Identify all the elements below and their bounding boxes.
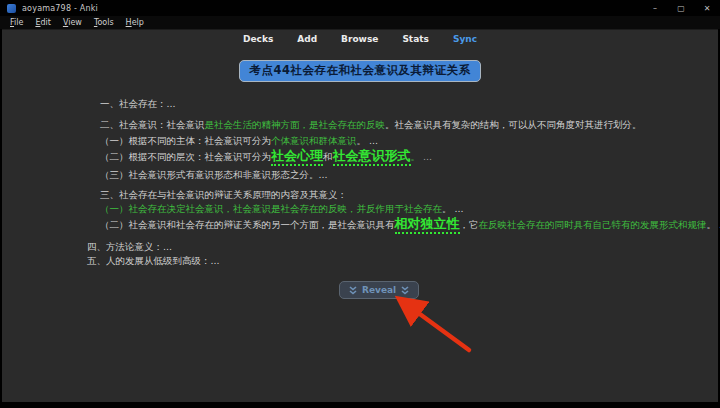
card-title-banner: 考点44社会存在和社会意识及其辩证关系 <box>239 60 480 82</box>
line-text: 。 ... <box>357 135 379 146</box>
line-text: 四、方法论意义：... <box>87 241 172 252</box>
line-text: （二）根据不同的层次：社会意识可分为 <box>100 151 271 162</box>
line-text: 二、社会意识：社会意识 <box>100 119 205 130</box>
line-text: （二）社会意识和社会存在的辩证关系的另一个方面，是社会意识具有 <box>100 219 395 230</box>
reveal-button[interactable]: Reveal <box>339 281 419 299</box>
menu-tools[interactable]: Tools <box>89 17 119 28</box>
menu-help[interactable]: Help <box>121 17 149 28</box>
line-text: ... <box>420 151 432 162</box>
line-text: （三）社会意识形式有意识形态和非意识形态之分。... <box>100 169 328 180</box>
card-line: （二）社会意识和社会存在的辩证关系的另一个方面，是社会意识具有相对独立性，它在反… <box>100 215 720 233</box>
chevron-double-down-icon <box>401 286 409 295</box>
highlighted-text: 在反映社会存在的同时具有自己特有的发展形式和规律 <box>479 219 707 230</box>
minimize-button[interactable]: – <box>642 0 668 16</box>
chevron-double-down-icon <box>349 286 357 295</box>
maximize-button[interactable]: ▢ <box>668 0 694 16</box>
line-text: 一、社会存在：... <box>100 98 176 109</box>
titlebar: aoyama798 - Anki – ▢ ✕ <box>0 0 720 16</box>
card-line: 四、方法论意义：... <box>87 241 172 254</box>
highlighted-text: 是社会生活的精神方面，是社会存在的反映 <box>205 119 386 130</box>
menu-file[interactable]: File <box>5 17 28 28</box>
nav-browse[interactable]: Browse <box>341 34 378 44</box>
menu-edit[interactable]: Edit <box>30 17 56 28</box>
nav-add[interactable]: Add <box>297 34 317 44</box>
card-line: 一、社会存在：... <box>100 98 176 111</box>
line-text: 。 ... <box>442 203 464 214</box>
close-button[interactable]: ✕ <box>694 0 720 16</box>
anki-app-icon <box>7 4 16 13</box>
menubar: File Edit View Tools Help <box>0 16 720 29</box>
nav-sync[interactable]: Sync <box>453 34 477 44</box>
line-text: 三、社会存在与社会意识的辩证关系原理的内容及其意义： <box>100 189 347 200</box>
card-line: 三、社会存在与社会意识的辩证关系原理的内容及其意义： <box>100 189 347 202</box>
highlighted-text: 个体意识和群体意识 <box>271 135 357 146</box>
card-title-wrap: 考点44社会存在和社会意识及其辩证关系 <box>2 59 718 82</box>
line-text: （一）根据不同的主体：社会意识可分为 <box>100 135 271 146</box>
window-title: aoyama798 - Anki <box>22 4 98 13</box>
top-toolbar: Decks Add Browse Stats Sync <box>2 34 718 44</box>
card-line: （二）根据不同的层次：社会意识可分为社会心理和社会意识形式。 ... <box>100 147 432 165</box>
highlighted-text: （一）社会存在决定社会意识，社会意识是社会存在的反映，并反作用于社会存在 <box>100 203 442 214</box>
line-text: ，它 <box>460 219 479 230</box>
key-term: 社会心理 <box>271 148 323 166</box>
line-text: 。社会意识具有复杂的结构，可以从不同角度对其进行划分。 <box>385 119 642 130</box>
key-term: 社会意识形式 <box>333 148 411 166</box>
key-term: 相对独立性 <box>395 216 460 234</box>
card-line: 五、人的发展从低级到高级：... <box>87 255 220 268</box>
line-text: 。 ... <box>707 219 720 230</box>
card-line: （三）社会意识形式有意识形态和非意识形态之分。... <box>100 169 328 182</box>
review-area: Decks Add Browse Stats Sync 考点44社会存在和社会意… <box>2 29 718 402</box>
anki-window: { "window": { "title": "aoyama798 - Anki… <box>0 0 720 408</box>
reveal-label: Reveal <box>362 285 396 295</box>
card-line: 二、社会意识：社会意识是社会生活的精神方面，是社会存在的反映。社会意识具有复杂的… <box>100 119 642 132</box>
window-controls: – ▢ ✕ <box>642 0 720 16</box>
line-text: 五、人的发展从低级到高级：... <box>87 255 220 266</box>
nav-decks[interactable]: Decks <box>243 34 273 44</box>
menu-view[interactable]: View <box>58 17 87 28</box>
line-text: 和 <box>323 151 333 162</box>
highlighted-text: 。 <box>411 151 421 162</box>
nav-stats[interactable]: Stats <box>402 34 429 44</box>
